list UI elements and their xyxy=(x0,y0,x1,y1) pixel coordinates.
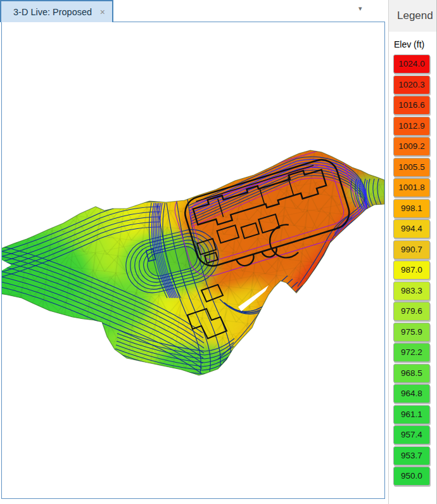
legend-swatch[interactable]: 964.8 xyxy=(393,384,430,403)
tab-label: 3-D Live: Proposed xyxy=(13,7,92,17)
legend-swatch[interactable]: 994.4 xyxy=(393,219,430,238)
terrain-3d-viewport[interactable] xyxy=(2,22,384,498)
tab-3d-live-proposed[interactable]: 3-D Live: Proposed × xyxy=(0,0,113,22)
legend-swatch[interactable]: 972.2 xyxy=(393,343,430,362)
legend-swatch[interactable]: 979.6 xyxy=(393,302,430,321)
legend-swatch[interactable]: 961.1 xyxy=(393,405,430,424)
legend-swatch[interactable]: 957.4 xyxy=(393,425,430,444)
legend-header: Legend xyxy=(389,0,436,32)
legend-swatches: 1024.01020.31016.61012.91009.21005.51001… xyxy=(389,55,436,486)
legend-swatch[interactable]: 1005.5 xyxy=(393,158,430,177)
legend-panel: Legend Elev (ft) 1024.01020.31016.61012.… xyxy=(388,0,437,504)
3d-view-panel xyxy=(1,22,385,499)
legend-swatch[interactable]: 953.7 xyxy=(393,446,430,465)
legend-swatch[interactable]: 1020.3 xyxy=(393,75,430,94)
legend-swatch[interactable]: 950.0 xyxy=(393,467,430,486)
legend-swatch[interactable]: 975.9 xyxy=(393,323,430,342)
legend-swatch[interactable]: 1001.8 xyxy=(393,178,430,197)
chevron-down-icon[interactable]: ▾ xyxy=(358,4,362,13)
terrain-model xyxy=(2,143,384,387)
legend-swatch[interactable]: 987.0 xyxy=(393,261,430,280)
legend-swatch[interactable]: 983.3 xyxy=(393,281,430,300)
legend-swatch[interactable]: 1009.2 xyxy=(393,137,430,156)
main-area: 3-D Live: Proposed × ▾ xyxy=(0,0,386,504)
legend-units-label: Elev (ft) xyxy=(394,39,436,49)
close-icon[interactable]: × xyxy=(100,8,105,16)
legend-swatch[interactable]: 990.7 xyxy=(393,240,430,259)
legend-title: Legend xyxy=(397,10,433,22)
legend-swatch[interactable]: 1012.9 xyxy=(393,117,430,136)
legend-swatch[interactable]: 1016.6 xyxy=(393,96,430,115)
legend-swatch[interactable]: 968.5 xyxy=(393,364,430,383)
legend-swatch[interactable]: 998.1 xyxy=(393,199,430,218)
legend-swatch[interactable]: 1024.0 xyxy=(393,55,430,74)
